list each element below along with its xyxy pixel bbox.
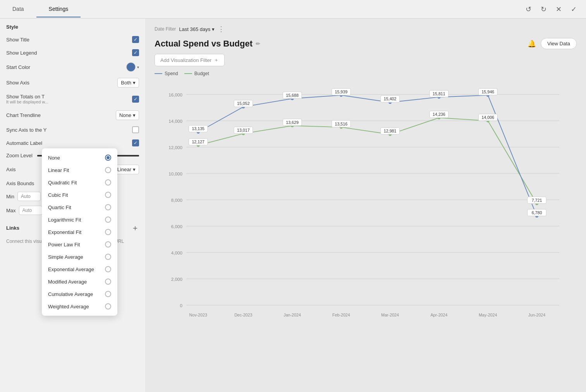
add-link-icon[interactable]: ＋ <box>131 223 139 233</box>
svg-text:Jan-2024: Jan-2024 <box>284 313 301 317</box>
trendline-option-cumulative-avg[interactable]: Cumulative Average <box>42 288 117 300</box>
budget-label-2: 13,629 <box>286 120 299 125</box>
color-swatch[interactable] <box>126 62 136 72</box>
date-filter-more-icon[interactable]: ⋮ <box>218 25 225 33</box>
trendline-quartic-fit-radio[interactable] <box>105 204 111 210</box>
show-legend-checkbox[interactable] <box>132 49 139 56</box>
trendline-simple-avg-radio[interactable] <box>105 254 111 260</box>
add-filter-plus-icon: ＋ <box>214 57 219 64</box>
spend-label-1: 15,052 <box>237 101 250 106</box>
trendline-option-log-fit[interactable]: Logarithmic Fit <box>42 213 117 226</box>
axis-bounds-label: Axis Bounds <box>6 181 34 186</box>
chart-title-edit-icon[interactable]: ✏ <box>256 41 260 47</box>
trendline-option-linear-fit[interactable]: Linear Fit <box>42 164 117 176</box>
trendline-exp-avg-label: Exponential Average <box>48 266 94 272</box>
budget-label-5: 14,236 <box>433 112 445 117</box>
trendline-linear-fit-radio[interactable] <box>105 167 111 173</box>
trendline-cumulative-avg-radio[interactable] <box>105 291 111 297</box>
svg-text:6,000: 6,000 <box>171 224 183 229</box>
chart-header: Actual Spend vs Budget ✏ 🔔 View Data <box>155 38 577 49</box>
redo-icon[interactable]: ↻ <box>539 3 548 15</box>
svg-text:Dec-2023: Dec-2023 <box>234 313 252 317</box>
check-icon[interactable]: ✓ <box>569 3 578 15</box>
trendline-popup: None Linear Fit Quadratic Fit Cubic Fit … <box>42 148 117 316</box>
trendline-option-exp-avg[interactable]: Exponential Average <box>42 263 117 275</box>
trendline-log-fit-radio[interactable] <box>105 217 111 223</box>
undo-icon[interactable]: ↺ <box>524 3 533 15</box>
chart-trendline-label: Chart Trendline <box>6 112 41 118</box>
legend-budget-label: Budget <box>194 71 209 76</box>
date-filter-select[interactable]: Last 365 days ▾ <box>179 26 215 32</box>
chart-svg: 0 2,000 4,000 6,000 8,000 10,000 12,000 … <box>155 79 577 343</box>
chart-actions: 🔔 View Data <box>528 38 577 49</box>
automatic-label-row: Automatic Label <box>0 136 145 150</box>
tab-data[interactable]: Data <box>0 1 36 17</box>
trendline-cubic-fit-label: Cubic Fit <box>48 192 68 198</box>
axis-min-input[interactable] <box>17 192 41 201</box>
show-legend-label: Show Legend <box>6 50 37 56</box>
start-color-row: Start Color ▾ <box>0 59 145 75</box>
trendline-dropdown[interactable]: None ▾ <box>116 110 139 120</box>
trendline-modified-avg-radio[interactable] <box>105 279 111 285</box>
chart-title: Actual Spend vs Budget ✏ <box>155 39 260 49</box>
trendline-option-power-law[interactable]: Power Law Fit <box>42 238 117 251</box>
legend-spend: Spend <box>155 71 178 76</box>
spend-label-6: 15,946 <box>481 89 494 94</box>
trendline-quadratic-fit-radio[interactable] <box>105 179 111 186</box>
trendline-option-cubic-fit[interactable]: Cubic Fit <box>42 189 117 201</box>
trendline-power-law-radio[interactable] <box>105 241 111 248</box>
trendline-weighted-avg-radio[interactable] <box>105 303 111 309</box>
spend-line <box>198 95 537 216</box>
sync-axis-checkbox[interactable] <box>132 126 139 133</box>
chart-trendline-row: Chart Trendline None ▾ <box>0 107 145 123</box>
trendline-modified-avg-label: Modified Average <box>48 279 87 285</box>
budget-label-0: 12,127 <box>192 139 204 144</box>
trendline-none-radio[interactable] <box>105 155 111 161</box>
add-filter-button[interactable]: Add Visualization Filter ＋ <box>155 54 225 66</box>
trendline-option-quadratic-fit[interactable]: Quadratic Fit <box>42 176 117 189</box>
close-icon[interactable]: ✕ <box>554 3 563 15</box>
show-title-label: Show Title <box>6 37 29 43</box>
svg-text:Mar-2024: Mar-2024 <box>381 313 399 317</box>
legend-budget-line <box>184 73 192 74</box>
automatic-label-checkbox[interactable] <box>132 139 139 146</box>
trendline-option-modified-avg[interactable]: Modified Average <box>42 275 117 288</box>
svg-text:14,000: 14,000 <box>168 119 182 124</box>
spend-label-5: 15,811 <box>433 91 445 96</box>
top-bar: Data Settings ↺ ↻ ✕ ✓ <box>0 0 586 19</box>
show-axis-arrow: ▾ <box>133 80 136 86</box>
trendline-option-simple-avg[interactable]: Simple Average <box>42 251 117 263</box>
view-data-button[interactable]: View Data <box>541 38 577 49</box>
svg-text:May-2024: May-2024 <box>479 313 497 317</box>
trendline-option-weighted-avg[interactable]: Weighted Average <box>42 300 117 313</box>
color-swatch-row[interactable]: ▾ <box>126 62 139 72</box>
trendline-option-quartic-fit[interactable]: Quartic Fit <box>42 201 117 213</box>
tab-settings[interactable]: Settings <box>36 1 81 17</box>
axis-max-input[interactable] <box>19 206 42 215</box>
automatic-label-label: Automatic Label <box>6 140 42 146</box>
trendline-exp-avg-radio[interactable] <box>105 266 111 272</box>
bell-icon[interactable]: 🔔 <box>528 40 536 48</box>
date-filter-value: Last 365 days <box>179 26 210 32</box>
trendline-option-exp-fit[interactable]: Exponential Fit <box>42 226 117 238</box>
trendline-exp-fit-label: Exponential Fit <box>48 229 81 235</box>
trendline-exp-fit-radio[interactable] <box>105 229 111 235</box>
start-color-label: Start Color <box>6 64 30 70</box>
show-axis-label: Show Axis <box>6 80 29 86</box>
show-title-checkbox[interactable] <box>132 36 139 43</box>
svg-text:10,000: 10,000 <box>168 171 182 176</box>
main-content: Style Show Title Show Legend Start Color… <box>0 19 586 392</box>
svg-text:Nov-2023: Nov-2023 <box>189 313 207 317</box>
axis-dropdown[interactable]: Linear ▾ <box>114 165 139 174</box>
svg-text:8,000: 8,000 <box>171 198 183 203</box>
show-axis-dropdown[interactable]: Both ▾ <box>117 78 139 88</box>
trendline-simple-avg-label: Simple Average <box>48 254 83 260</box>
trendline-option-none[interactable]: None <box>42 151 117 164</box>
budget-label-4: 12,981 <box>384 129 397 133</box>
show-totals-checkbox[interactable] <box>132 96 139 103</box>
spend-label-0: 13,135 <box>192 126 204 131</box>
trendline-cubic-fit-radio[interactable] <box>105 192 111 198</box>
trendline-quartic-fit-label: Quartic Fit <box>48 205 71 210</box>
top-bar-actions: ↺ ↻ ✕ ✓ <box>524 3 586 15</box>
svg-text:2,000: 2,000 <box>171 277 183 282</box>
